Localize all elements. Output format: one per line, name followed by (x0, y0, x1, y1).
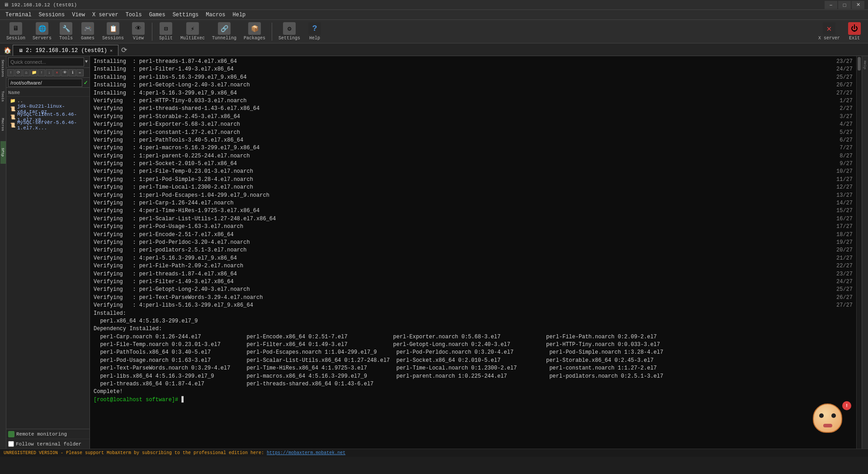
vtab-macros[interactable]: Macros (0, 113, 6, 136)
terminal-line: perl-PathTools.x86_64 0:3.40-5.el7 perl-… (94, 349, 853, 356)
terminal-output[interactable]: Installing : perl-threads-1.87-4.el7.x86… (90, 56, 856, 449)
tab-close-button[interactable]: ✕ (110, 48, 113, 53)
quick-connect-arrow: ▼ (85, 59, 88, 64)
terminal-line: Verifying : perl-Time-Local-1.2300-2.el7… (94, 184, 853, 191)
new-tab-button[interactable]: ⟳ (118, 45, 129, 56)
help-label: Help (309, 36, 320, 41)
mascot-left-eye (819, 413, 824, 418)
terminal-line: Verifying : perl-Socket-2.010-5.el7.x86_… (94, 160, 853, 168)
ptb-download[interactable]: ↓ (46, 69, 53, 76)
menu-xserver[interactable]: X server (89, 11, 122, 19)
minimize-button[interactable]: − (825, 1, 837, 9)
toolbar-exit[interactable]: ⏻ Exit (844, 21, 864, 42)
menu-tools[interactable]: Tools (122, 11, 146, 19)
menu-sessions[interactable]: Sessions (35, 11, 69, 19)
toolbar-games[interactable]: 🎮 Games (78, 21, 98, 42)
terminal-scrollbar[interactable] (856, 56, 862, 449)
ptb-up[interactable]: ↑ (7, 69, 14, 76)
tree-header: Name (6, 89, 90, 97)
toolbar-split[interactable]: ⊟ Split (156, 21, 176, 42)
status-link[interactable]: https://mobaxterm.mobatek.net (267, 450, 345, 455)
split-label: Split (159, 36, 173, 41)
tab-session1[interactable]: 🖥 2: 192.168.10.12 (test01) ✕ (13, 45, 118, 56)
path-bar: ✓ (6, 78, 90, 88)
file-tree: Name 📁 .. 📜 jdk-8u221-linux-x64.tar.gz 📜… (6, 88, 90, 429)
ptb-home[interactable]: ⌂ (23, 69, 30, 76)
terminal-line: Installed: (94, 310, 853, 318)
home-tab[interactable]: 🏠 (2, 45, 13, 56)
vtab-sessions[interactable]: Sessions (0, 57, 6, 80)
terminal-line: Verifying : 1:perl-Pod-Escapes-1.04-299.… (94, 192, 853, 199)
scrollbar-thumb[interactable] (858, 57, 861, 71)
menu-macros[interactable]: Macros (202, 11, 229, 19)
toolbar-view[interactable]: 👁 View (128, 21, 148, 42)
terminal-line: Verifying : 1:perl-parent-0.225-244.el7.… (94, 152, 853, 160)
toolbar-settings[interactable]: ⚙ Settings (276, 21, 303, 42)
tunneling-label: Tunneling (212, 36, 236, 41)
ptb-rename[interactable]: ✏ (76, 69, 84, 76)
vtab-sftp[interactable]: Sftp (0, 141, 6, 164)
ptb-delete[interactable]: ✕ (53, 69, 61, 76)
terminal-line: Verifying : perl-File-Path-2.09-2.el7.no… (94, 262, 853, 270)
ptb-hidden[interactable]: 👁 (61, 69, 68, 76)
tunneling-icon: 🔗 (218, 22, 231, 35)
tree-item-mysql-server[interactable]: 📜 MySQL-server-5.6.46-1.el7.x... (6, 121, 90, 129)
follow-terminal-label: Follow terminal folder (16, 441, 81, 447)
left-panel: ▼ ↑ ⟳ ⌂ 📁 ↑ ↓ ✕ 👁 ℹ ✏ ✓ Name 📁 (6, 56, 90, 449)
menu-help[interactable]: Help (229, 11, 250, 19)
file-label-mysql-server: MySQL-server-5.6.46-1.el7.x... (17, 120, 86, 131)
terminal-line: Verifying : perl-Storable-2.45-3.el7.x86… (94, 113, 853, 121)
toolbar-servers[interactable]: 🌐 Servers (30, 21, 54, 42)
ptb-newfolder[interactable]: 📁 (30, 69, 38, 76)
servers-icon: 🌐 (36, 22, 48, 35)
menu-settings[interactable]: Settings (169, 11, 203, 19)
toolbar-xserver[interactable]: ✕ X server (816, 21, 843, 42)
toolbar-help[interactable]: ? Help (305, 21, 325, 42)
monitor-label: Remote monitoring (16, 431, 67, 437)
quick-connect-bar: ▼ (6, 56, 90, 68)
menu-view[interactable]: View (68, 11, 89, 19)
close-button[interactable]: ✕ (852, 1, 864, 9)
file-icon-jdk: 📜 (10, 106, 15, 112)
terminal-line: Verifying : 4:perl-5.16.3-299.el7_9.x86_… (94, 255, 853, 262)
ptb-info[interactable]: ℹ (69, 69, 76, 76)
toolbar: 🖥 Session 🌐 Servers 🔧 Tools 🎮 Games 📋 Se… (0, 20, 868, 43)
vtab-tools[interactable]: Tools (0, 85, 6, 108)
vtab-right-help[interactable]: Help (863, 58, 868, 72)
tab-icon: 🖥 (19, 48, 23, 53)
ptb-refresh[interactable]: ⟳ (15, 69, 22, 76)
terminal-line: Verifying : perl-threads-1.87-4.el7.x86_… (94, 270, 853, 278)
terminal-line: Verifying : perl-Getopt-Long-2.40-3.el7.… (94, 286, 853, 294)
terminal-line: Verifying : 4:perl-libs-5.16.3-299.el7_9… (94, 302, 853, 309)
terminal-line: perl-Carp.noarch 0:1.26-244.el7 perl-Enc… (94, 333, 853, 341)
quick-connect-input[interactable] (8, 57, 84, 66)
terminal-line: Verifying : perl-HTTP-Tiny-0.033-3.el7.n… (94, 97, 853, 105)
toolbar-packages[interactable]: 📦 Packages (241, 21, 268, 42)
remote-monitor[interactable]: Remote monitoring (6, 429, 90, 439)
menu-bar: Terminal Sessions View X server Tools Ga… (0, 10, 868, 20)
tools-icon: 🔧 (60, 22, 72, 35)
toolbar-multiexec[interactable]: ⚡ MultiExec (178, 21, 208, 42)
title-bar-title: 192.168.10.12 (test01) (11, 2, 77, 8)
terminal-line: Verifying : perl-Scalar-List-Utils-1.27-… (94, 215, 853, 223)
path-input[interactable] (8, 79, 82, 87)
ptb-upload[interactable]: ↑ (38, 69, 45, 76)
toolbar-tools[interactable]: 🔧 Tools (56, 21, 76, 42)
follow-terminal-checkbox[interactable] (8, 441, 14, 447)
toolbar-sessions[interactable]: 📋 Sessions (99, 21, 127, 42)
terminal-line: Verifying : perl-Carp-1.26-244.el7.noarc… (94, 199, 853, 207)
title-bar: 🖥 192.168.10.12 (test01) − □ ✕ (0, 0, 868, 10)
right-vtabs: Help (862, 56, 868, 449)
maximize-button[interactable]: □ (838, 1, 851, 9)
follow-terminal: Follow terminal folder (6, 439, 90, 449)
menu-games[interactable]: Games (146, 11, 169, 19)
toolbar-tunneling[interactable]: 🔗 Tunneling (209, 21, 239, 42)
xserver-label: X server (818, 36, 840, 41)
menu-terminal[interactable]: Terminal (2, 11, 35, 19)
toolbar-session[interactable]: 🖥 Session (4, 21, 28, 42)
mascot: ! (813, 403, 849, 444)
main-layout: Sessions Tools Macros Sftp ▼ ↑ ⟳ ⌂ 📁 ↑ ↓… (0, 56, 868, 449)
terminal-line: Verifying : perl-Encode-2.51-7.el7.x86_6… (94, 231, 853, 239)
terminal-line: perl-libs.x86_64 4:5.16.3-299.el7_9 perl… (94, 373, 853, 380)
terminal-wrapper: Installing : perl-threads-1.87-4.el7.x86… (90, 56, 862, 449)
